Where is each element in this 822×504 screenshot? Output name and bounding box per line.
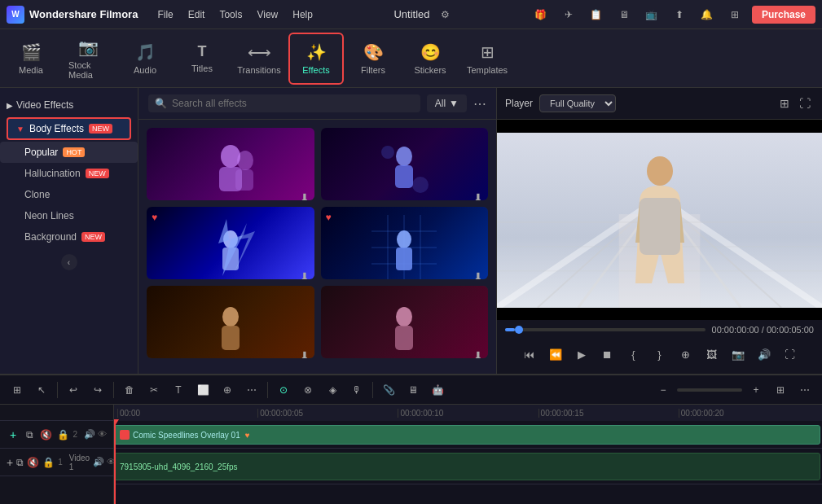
tl-options-button[interactable]: ⋯ [794,379,815,401]
filter-button[interactable]: All ▼ [427,94,467,112]
frame-back-button[interactable]: ⏪ [544,343,567,366]
skip-back-button[interactable]: ⏮ [518,343,541,366]
zoom-in-button[interactable]: + [745,379,767,401]
search-input[interactable] [172,98,414,109]
tool-templates[interactable]: ⊞ Templates [459,33,515,85]
download-icon-lightning[interactable]: ⬇ [300,270,310,279]
fullscreen-ctrl-button[interactable]: ⛶ [779,343,802,366]
display-icon[interactable]: 🖥 [613,4,635,25]
track-add-button-video[interactable]: + [7,452,13,473]
stop-button[interactable]: ⏹ [596,343,619,366]
monitor-icon[interactable]: 📺 [641,4,662,25]
effect-card-5[interactable]: ⬇ Body Effect 5 [147,286,314,358]
sidebar-body-effects[interactable]: ▼ Body Effects NEW [7,117,131,140]
preview-area [497,120,822,320]
tool-titles[interactable]: T Titles [174,33,230,85]
clip-overlay[interactable]: Comic Speedlines Overlay 01 ♥ [114,425,820,445]
zoom-slider[interactable] [677,388,742,392]
tool-media[interactable]: 🎬 Media [3,33,59,85]
tl-cut-button[interactable]: ✂ [143,379,165,401]
tl-ai-button[interactable]: 🤖 [427,379,448,401]
track-lock-button-overlay[interactable]: 🔒 [56,424,69,445]
mark-out-button[interactable]: } [648,343,671,366]
tl-crop-button[interactable]: ⬜ [192,379,213,401]
tl-more-button[interactable]: ⋯ [241,379,262,401]
tool-filters[interactable]: 🎨 Filters [345,33,401,85]
tool-transitions[interactable]: ⟷ Transitions [231,33,287,85]
more-options-button[interactable]: ⋯ [473,96,486,112]
tl-grid-view-button[interactable]: ⊞ [770,379,791,401]
download-icon-human-clone[interactable]: ⬇ [300,191,310,200]
tl-undo-button[interactable]: ↩ [63,379,84,401]
clip-video1[interactable]: 7915905-uhd_4096_2160_25fps [114,453,820,480]
tl-redo-button[interactable]: ↪ [87,379,108,401]
play-button[interactable]: ▶ [570,343,593,366]
track-eye-icon[interactable]: 👁 [98,429,107,440]
track-audio-icon[interactable]: 🔊 [84,429,95,440]
purchase-button[interactable]: Purchase [752,6,815,24]
bell-icon[interactable]: 🔔 [697,4,718,25]
search-box[interactable]: 🔍 [148,94,420,112]
sidebar-hallucination[interactable]: Hallucination NEW [0,163,138,184]
track-volume-icon[interactable]: 🔊 [93,457,104,467]
tool-stock[interactable]: 📷 Stock Media [60,33,116,85]
track-add-button-overlay[interactable]: + [7,424,20,445]
effect-card-6[interactable]: ⬇ Body Effect 6 [321,286,489,358]
menu-view[interactable]: View [250,6,284,24]
tl-clip-btn[interactable]: 📎 [378,379,399,401]
track-audio-off-button[interactable]: 🔇 [40,424,53,445]
tool-audio[interactable]: 🎵 Audio [117,33,173,85]
effect-card-human-clone[interactable]: ⬇ Human Clone Shinning [147,128,314,200]
send-icon[interactable]: ✈ [558,4,579,25]
tl-zoom-tool-button[interactable]: ⊕ [217,379,238,401]
snapshot-button[interactable]: 📷 [727,343,749,366]
progress-track[interactable] [505,328,706,331]
tl-layout-button[interactable]: ⊞ [7,379,28,401]
export-frame-button[interactable]: 🖼 [701,343,723,366]
menu-tools[interactable]: Tools [213,6,248,24]
playhead[interactable] [114,421,116,504]
sidebar-popular[interactable]: Popular HOT [0,142,138,163]
mark-in-button[interactable]: { [622,343,645,366]
effect-card-human-blur[interactable]: ⬇ Human Background Blur [321,128,489,200]
tl-select-button[interactable]: ↖ [31,379,52,401]
sidebar-clone[interactable]: Clone [0,184,138,205]
project-settings-icon[interactable]: ⚙ [434,4,455,25]
upload-icon[interactable]: ⬆ [669,4,690,25]
tl-delete-button[interactable]: 🗑 [119,379,140,401]
grid-view-button[interactable]: ⊞ [776,95,793,112]
add-marker-button[interactable]: ⊕ [675,343,697,366]
download-icon-5[interactable]: ⬇ [300,349,310,358]
zoom-out-button[interactable]: − [653,379,674,401]
tool-effects[interactable]: ✨ Effects [288,33,344,85]
download-icon-6[interactable]: ⬇ [473,349,483,358]
tl-audio-button[interactable]: 🎙 [346,379,367,401]
effect-card-virtual-grid[interactable]: ♥ ⬇ Virtual Grid [321,207,489,279]
menu-file[interactable]: File [151,6,179,24]
menu-edit[interactable]: Edit [182,6,212,24]
sidebar-background[interactable]: Background NEW [0,226,138,248]
tl-text-button[interactable]: T [168,379,189,401]
tl-monitor-btn[interactable]: 🖥 [402,379,424,401]
tool-stickers[interactable]: 😊 Stickers [402,33,458,85]
audio-button[interactable]: 🔊 [753,343,776,366]
project-icon[interactable]: 📋 [586,4,607,25]
sidebar-neon-lines[interactable]: Neon Lines [0,205,138,226]
track-lock-button-video[interactable]: 🔒 [42,452,55,473]
track-audio-mute-button[interactable]: 🔇 [27,452,39,473]
tl-ripple-button[interactable]: ⊗ [297,379,319,401]
tl-marker-button[interactable]: ◈ [322,379,343,401]
download-icon-human-blur[interactable]: ⬇ [473,191,483,200]
menu-help[interactable]: Help [286,6,319,24]
effect-card-lightning[interactable]: ♥ ⬇ Lightning Flash Background [147,207,314,279]
download-icon-virtual-grid[interactable]: ⬇ [473,270,483,279]
fullscreen-button[interactable]: ⛶ [796,95,814,112]
sidebar-collapse-button[interactable]: ‹ [61,254,77,270]
grid-icon[interactable]: ⊞ [724,4,745,25]
gift-icon[interactable]: 🎁 [530,4,552,25]
quality-select[interactable]: Full Quality 1/2 Quality 1/4 Quality [539,94,616,112]
sidebar-video-effects[interactable]: ▶ Video Effects [0,94,138,116]
track-copy-button-overlay[interactable]: ⧉ [23,424,36,445]
track-copy-button-video[interactable]: ⧉ [16,452,24,473]
tl-snap-button[interactable]: ⊙ [273,379,294,401]
